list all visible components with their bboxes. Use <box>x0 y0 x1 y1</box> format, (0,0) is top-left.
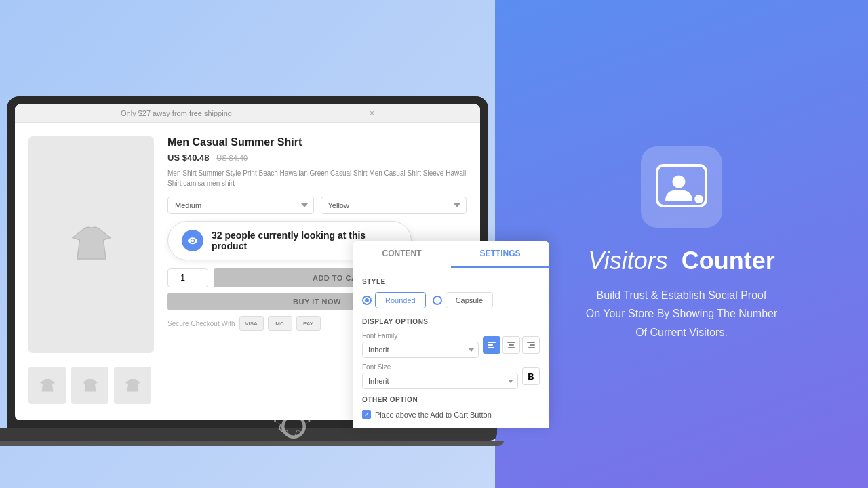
product-price: US $40.48 US $4.40 <box>167 152 467 163</box>
font-size-select[interactable]: Inherit <box>362 373 518 389</box>
tab-settings[interactable]: SETTINGS <box>451 241 549 268</box>
banner-close-button[interactable]: × <box>370 108 374 118</box>
capsule-radio[interactable] <box>433 296 442 305</box>
price-current: US $40.48 <box>167 152 209 163</box>
payment-icons: VISA MC PAY <box>239 316 321 331</box>
panel-tabs: CONTENT SETTINGS <box>353 241 549 268</box>
panel-body: STYLE Rounded Capsule DISPLAY OPT <box>353 268 549 428</box>
font-family-row: Font Family Inherit <box>362 332 540 358</box>
secure-checkout-text: Secure Checkout With <box>167 320 235 327</box>
shipping-banner: Only $27 away from free shipping. × <box>15 104 480 123</box>
thumb-2[interactable] <box>71 367 108 404</box>
thumb-3[interactable] <box>114 367 151 404</box>
price-original: US $4.40 <box>216 154 248 162</box>
laptop-mockup: Only $27 away from free shipping. × <box>7 96 488 428</box>
align-left-button[interactable] <box>483 336 500 354</box>
product-description: Men Shirt Summer Style Print Beach Hawai… <box>167 168 467 188</box>
display-options-section: DISPLAY OPTIONS Font Family Inherit <box>362 318 540 389</box>
product-title: Men Casual Summer Shirt <box>167 136 467 148</box>
checkbox-label: Place above the Add to Cart Button <box>375 411 492 419</box>
svg-rect-0 <box>488 342 496 343</box>
subtitle-line2: On Your Store By Showing The Number <box>586 308 778 319</box>
subtitle-line3: Of Current Visitors. <box>635 327 728 338</box>
subtitle-line1: Build Trust & Establish Social Proof <box>597 289 767 301</box>
app-title-italic: Visitors <box>588 247 667 274</box>
align-center-button[interactable] <box>502 336 520 354</box>
thumb-1[interactable] <box>28 367 66 404</box>
quantity-input[interactable] <box>167 268 208 287</box>
gear-decoration <box>263 396 324 460</box>
color-select[interactable]: Yellow Blue Red <box>321 197 467 214</box>
eye-icon <box>182 230 203 251</box>
align-buttons <box>483 336 540 354</box>
select-row: Medium Small Large Yellow Blue Red <box>167 197 467 214</box>
svg-rect-6 <box>527 342 535 343</box>
svg-rect-2 <box>488 347 494 348</box>
font-family-label: Font Family <box>362 332 479 340</box>
app-icon-container <box>641 146 722 228</box>
rounded-button[interactable]: Rounded <box>375 292 426 308</box>
size-select[interactable]: Medium Small Large <box>167 197 314 214</box>
capsule-button[interactable]: Capsule <box>446 292 493 308</box>
font-family-select[interactable]: Inherit <box>362 342 479 358</box>
tab-content[interactable]: CONTENT <box>353 241 451 268</box>
bold-button[interactable]: B <box>522 367 540 385</box>
capsule-option[interactable]: Capsule <box>433 292 493 308</box>
banner-text: Only $27 away from free shipping. <box>121 109 234 117</box>
checkbox-above-cart[interactable] <box>362 410 371 419</box>
laptop-base <box>0 428 497 441</box>
visa-icon: VISA <box>239 316 264 331</box>
product-image <box>28 136 154 353</box>
svg-rect-1 <box>488 344 493 346</box>
other-option-label: OTHER OPTION <box>362 396 540 403</box>
svg-rect-7 <box>530 344 535 346</box>
settings-panel: CONTENT SETTINGS STYLE Rounded Capsule <box>353 241 549 428</box>
app-title-bold: Counter <box>682 247 775 274</box>
svg-point-10 <box>672 176 685 188</box>
font-size-label: Font Size <box>362 363 518 371</box>
display-options-label: DISPLAY OPTIONS <box>362 318 540 325</box>
style-label: STYLE <box>362 278 540 285</box>
left-panel: Only $27 away from free shipping. × <box>0 0 495 488</box>
visitors-counter-icon <box>654 160 709 214</box>
font-size-row: Font Size Inherit B <box>362 363 540 389</box>
svg-rect-4 <box>509 344 514 346</box>
right-panel: Visitors Counter Build Trust & Establish… <box>495 0 868 488</box>
align-right-button[interactable] <box>522 336 540 354</box>
other-option-section: OTHER OPTION Place above the Add to Cart… <box>362 396 540 419</box>
svg-rect-3 <box>507 342 515 343</box>
checkbox-row: Place above the Add to Cart Button <box>362 410 540 419</box>
rounded-option[interactable]: Rounded <box>362 292 426 308</box>
rounded-radio[interactable] <box>362 296 372 305</box>
laptop-foot <box>0 441 504 446</box>
svg-rect-8 <box>528 347 535 348</box>
style-options: Rounded Capsule <box>362 292 540 308</box>
svg-point-11 <box>694 195 703 203</box>
pay-icon: PAY <box>296 316 321 331</box>
svg-rect-5 <box>508 347 515 348</box>
app-subtitle: Build Trust & Establish Social Proof On … <box>586 286 778 342</box>
mastercard-icon: MC <box>268 316 292 331</box>
app-title: Visitors Counter <box>588 247 774 275</box>
